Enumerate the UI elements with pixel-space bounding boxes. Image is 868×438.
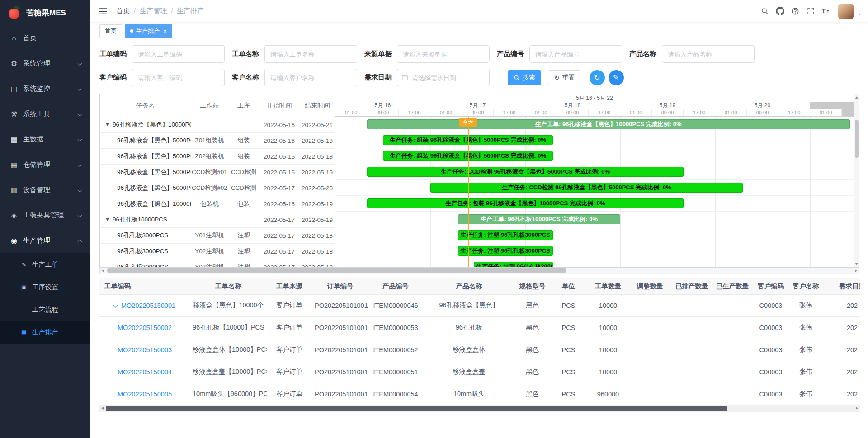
chevron-down-icon[interactable] — [858, 11, 861, 15]
gantt-day-cell: 5月 19 — [620, 102, 715, 109]
fullscreen-icon[interactable] — [805, 5, 816, 17]
filter-input[interactable] — [132, 69, 225, 86]
sidebar-item[interactable]: ⚙系统管理 — [0, 51, 90, 76]
gantt-grid-row[interactable]: 96孔移液盒【黑色】10000PCS2022-05-162022-05-21 — [100, 117, 335, 133]
gantt-grid-row[interactable]: 96孔孔板3000PCSY03注塑机注塑2022-05-172022-05-18 — [100, 259, 335, 267]
breadcrumb-item-home[interactable]: 首页 — [116, 7, 130, 15]
table-row[interactable]: MO202205150004移液盒盒盖【10000】PCS客户订单PO20220… — [99, 361, 860, 383]
task-end: 2022-05-18 — [299, 149, 335, 164]
gantt-grid-row[interactable]: 96孔孔板10000PCS2022-05-172022-05-19 — [100, 212, 335, 228]
sidebar-item[interactable]: ⌂首页 — [0, 25, 90, 51]
gantt-bar[interactable]: 生产工单: 96孔孔板10000PCS 完成比例: 0% — [458, 214, 620, 224]
vertical-scroll-thumb[interactable] — [855, 120, 859, 158]
filter-input[interactable] — [264, 45, 357, 63]
gantt-vertical-scrollbar[interactable] — [854, 94, 859, 267]
content: 工单编码工单名称来源单据产品编号产品名称 客户编码客户名称需求日期搜索↻重置↻✎… — [90, 40, 868, 438]
gantt-bar[interactable]: 生产工单: 96孔移液盒【黑色】10000PCS 完成比例: 0% — [367, 119, 850, 129]
task-name: 96孔孔板10000PCS — [113, 216, 167, 224]
filter-input[interactable] — [264, 69, 357, 86]
search-button[interactable]: 搜索 — [508, 70, 541, 85]
gantt-grid-row[interactable]: 96孔移液盒【黑色】5000PCSCCD检测#01CCD检测2022-05-16… — [100, 165, 335, 180]
collapse-arrow-icon[interactable] — [106, 218, 109, 221]
gantt-bar[interactable]: 生产任务: CCD检测 96孔移液盒【黑色】5000PCS 完成比例: 0% — [430, 183, 743, 193]
gantt-bar[interactable]: 生产任务: 包装 96孔移液盒【黑色】10000PCS 完成比例: 0% — [367, 198, 684, 208]
filter-input[interactable] — [529, 45, 622, 63]
work-order-link[interactable]: MO202205150003 — [118, 346, 172, 353]
submenu-item[interactable]: ▦生产排产 — [0, 321, 90, 344]
help-icon[interactable] — [789, 5, 801, 17]
task-start: 2022-05-16 — [259, 133, 299, 148]
tab-生产排产[interactable]: 生产排产× — [125, 24, 172, 38]
gantt-grid-row[interactable]: 96孔孔板3000PCSY01注塑机注塑2022-05-172022-05-18 — [100, 228, 335, 244]
submenu-item[interactable]: ✎生产工单 — [0, 253, 90, 276]
sidebar-item[interactable]: ⚒系统工具 — [0, 101, 90, 127]
table-row[interactable]: MO20220515000510mm吸头【960000】PCS客户订单PO202… — [99, 383, 860, 405]
sidebar-item[interactable]: ▦仓储管理 — [0, 152, 90, 177]
cell-unit: PCS — [549, 361, 588, 383]
submenu-item[interactable]: ≡工艺流程 — [0, 298, 90, 321]
work-order-link[interactable]: MO202205150002 — [118, 324, 172, 331]
logo-icon — [7, 5, 22, 20]
gantt-grid-row[interactable]: 96孔孔板3000PCSY02注塑机注塑2022-05-172022-05-18 — [100, 244, 335, 259]
task-end: 2022-05-19 — [299, 212, 335, 227]
sidebar-item[interactable]: ▥设备管理 — [0, 177, 90, 203]
menu-fold-icon[interactable] — [97, 6, 109, 17]
gantt-bar[interactable]: 生产任务: 注塑 96孔孔板3000PCS 完成比例: 0% — [458, 230, 553, 240]
scroll-left-icon[interactable] — [101, 407, 104, 410]
cell-unit: PCS — [549, 316, 588, 339]
cell-spec: 黑色 — [515, 294, 549, 316]
work-order-link[interactable]: MO202205150005 — [118, 391, 172, 398]
avatar[interactable] — [838, 4, 854, 19]
edit-circle-button[interactable]: ✎ — [609, 70, 624, 85]
gantt-grid-row[interactable]: 96孔移液盒【黑色】5000PCSZ01组装机组装2022-05-162022-… — [100, 133, 335, 149]
task-station: 包装机 — [191, 196, 228, 212]
orders-horizontal-scrollbar[interactable] — [99, 405, 860, 412]
sidebar-item[interactable]: ◈工装夹具管理 — [0, 203, 90, 228]
scroll-right-icon[interactable] — [856, 407, 858, 410]
filter-input[interactable] — [662, 45, 755, 63]
horizontal-scroll-thumb[interactable] — [107, 268, 566, 273]
scroll-up-icon[interactable] — [855, 96, 858, 99]
gantt-bar[interactable]: 生产任务: 注塑 96孔孔板3000PCS 完成比例: 0% — [458, 246, 553, 256]
sidebar-item[interactable]: ◉生产管理 — [0, 228, 90, 253]
submenu-item[interactable]: ▣工序设置 — [0, 276, 90, 298]
gantt-timeline-row: 生产任务: 包装 96孔移液盒【黑色】10000PCS 完成比例: 0% — [335, 196, 854, 212]
font-size-icon[interactable]: TT — [820, 5, 832, 17]
sync-circle-button[interactable]: ↻ — [590, 70, 605, 85]
gantt-hour-cell: 09:00 — [747, 109, 778, 116]
gantt-horizontal-scrollbar[interactable] — [99, 268, 859, 274]
gantt-weekend-cell — [842, 109, 854, 116]
github-icon[interactable] — [774, 5, 786, 17]
gantt-grid-row[interactable]: 96孔移液盒【黑色】5000PCSZ02组装机组装2022-05-162022-… — [100, 149, 335, 165]
gantt-grid-row[interactable]: 96孔移液盒【黑色】10000PCS包装机包装2022-05-162022-05… — [100, 196, 335, 212]
scroll-down-icon[interactable] — [855, 263, 858, 265]
tab-close-icon[interactable]: × — [163, 28, 167, 34]
date-input[interactable] — [397, 69, 490, 86]
work-order-link[interactable]: MO202205150001 — [121, 302, 175, 309]
scroll-right-icon[interactable] — [855, 269, 857, 272]
scroll-left-icon[interactable] — [102, 269, 104, 272]
filter-input[interactable] — [132, 45, 225, 63]
expand-row-icon[interactable] — [113, 303, 118, 307]
table-row[interactable]: MO202205150001移液盒【黑色】10000个客户订单PO2022051… — [99, 294, 860, 316]
cell-product_name: 96孔移液盒【黑色】 — [423, 294, 515, 316]
sidebar-item[interactable]: ◫系统监控 — [0, 76, 90, 101]
gantt-bar[interactable]: 生产任务: CCD检测 96孔移液盒【黑色】5000PCS 完成比例: 0% — [367, 167, 684, 177]
breadcrumb-item-production[interactable]: 生产管理 — [130, 7, 167, 15]
collapse-arrow-icon[interactable] — [106, 123, 109, 126]
task-station: Z02组装机 — [191, 149, 228, 164]
breadcrumb-item-scheduling[interactable]: 生产排产 — [167, 7, 204, 15]
reset-button[interactable]: ↻重置 — [548, 70, 581, 85]
work-order-link[interactable]: MO202205150004 — [118, 368, 172, 376]
orders-scroll-thumb[interactable] — [106, 406, 727, 411]
sidebar-item[interactable]: ▤主数据 — [0, 127, 90, 152]
table-row[interactable]: MO20220515000296孔孔板【10000】PCS客户订单PO20220… — [99, 316, 860, 339]
tab-首页[interactable]: 首页 — [99, 24, 122, 38]
gantt-bar[interactable]: 生产任务: 注塑 96孔孔板3000PCS 完成比例: 0% — [474, 262, 553, 267]
orders-table-body: MO202205150001移液盒【黑色】10000个客户订单PO2022051… — [99, 294, 860, 405]
filter-input[interactable] — [397, 45, 490, 63]
search-icon[interactable] — [759, 5, 770, 17]
table-row[interactable]: MO202205150003移液盒盒体【10000】PCS客户订单PO20220… — [99, 339, 860, 361]
cell-product_name: 10mm吸头 — [423, 383, 515, 405]
gantt-grid-row[interactable]: 96孔移液盒【黑色】5000PCSCCD检测#02CCD检测2022-05-17… — [100, 180, 335, 196]
